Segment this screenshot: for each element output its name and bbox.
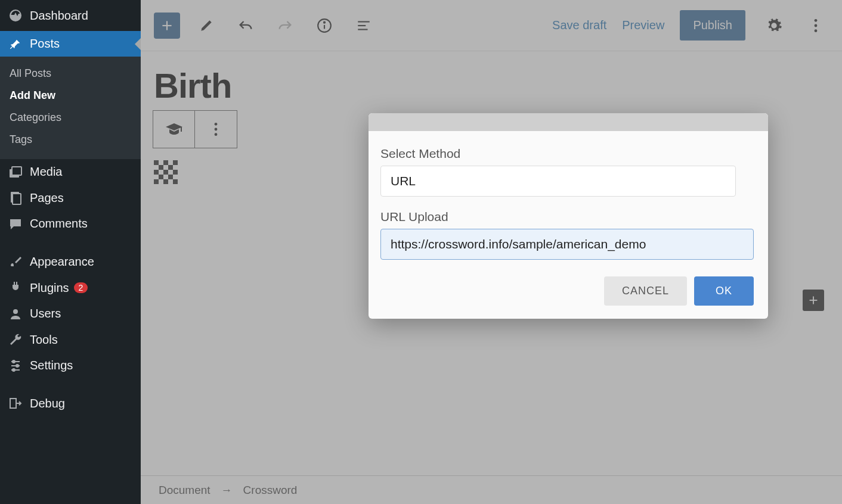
modal-titlebar [369,113,768,131]
brush-icon [7,254,24,269]
exit-icon [7,396,24,410]
sidebar-item-dashboard[interactable]: Dashboard [0,0,141,31]
method-select-value: URL [391,174,416,188]
svg-point-8 [13,360,15,363]
sidebar-label: Tools [30,333,58,347]
plugins-badge: 2 [74,282,88,293]
editor-main: Save draft Preview Publish Birth [141,0,842,504]
svg-point-9 [16,365,18,367]
sidebar-item-settings[interactable]: Settings [0,353,141,378]
admin-sidebar: Dashboard Posts All Posts Add New Catego… [0,0,141,504]
sidebar-item-plugins[interactable]: Plugins 2 [0,275,141,301]
submenu-all-posts[interactable]: All Posts [0,63,141,85]
wrench-icon [7,332,24,347]
svg-rect-11 [10,399,16,408]
submenu-add-new[interactable]: Add New [0,85,141,107]
posts-submenu: All Posts Add New Categories Tags [0,57,141,159]
dashboard-icon [7,8,24,23]
cancel-button[interactable]: CANCEL [604,276,687,306]
media-icon [7,166,24,179]
pin-icon [7,38,24,51]
sidebar-item-debug[interactable]: Debug [0,390,141,416]
select-method-label: Select Method [380,147,756,161]
user-icon [7,307,24,321]
submenu-tags[interactable]: Tags [0,129,141,151]
sidebar-label: Users [30,307,61,321]
upload-modal: Select Method URL URL Upload CANCEL OK [369,113,768,319]
svg-rect-1 [12,167,21,175]
sidebar-label: Settings [30,359,73,372]
svg-point-4 [13,309,18,314]
ok-button[interactable]: OK [694,276,754,306]
comments-icon [7,217,24,231]
sidebar-item-tools[interactable]: Tools [0,326,141,353]
sidebar-label: Debug [30,397,65,410]
sidebar-label: Plugins [30,281,69,295]
sidebar-label: Media [30,165,62,179]
submenu-categories[interactable]: Categories [0,107,141,129]
pages-icon [7,191,24,205]
svg-point-10 [13,369,15,371]
url-input[interactable] [380,229,754,260]
sidebar-label: Appearance [30,255,94,269]
url-upload-label: URL Upload [380,210,756,224]
sliders-icon [7,359,24,372]
sidebar-item-users[interactable]: Users [0,301,141,326]
plug-icon [7,281,24,295]
sidebar-label: Comments [30,217,88,231]
sidebar-item-appearance[interactable]: Appearance [0,248,141,275]
sidebar-item-pages[interactable]: Pages [0,185,141,211]
method-select[interactable]: URL [380,166,736,197]
sidebar-item-comments[interactable]: Comments [0,211,141,237]
sidebar-item-posts[interactable]: Posts [0,31,141,57]
svg-rect-3 [13,194,21,204]
sidebar-label: Dashboard [30,9,88,23]
sidebar-label: Posts [30,37,60,51]
sidebar-item-media[interactable]: Media [0,159,141,185]
sidebar-label: Pages [30,191,64,205]
